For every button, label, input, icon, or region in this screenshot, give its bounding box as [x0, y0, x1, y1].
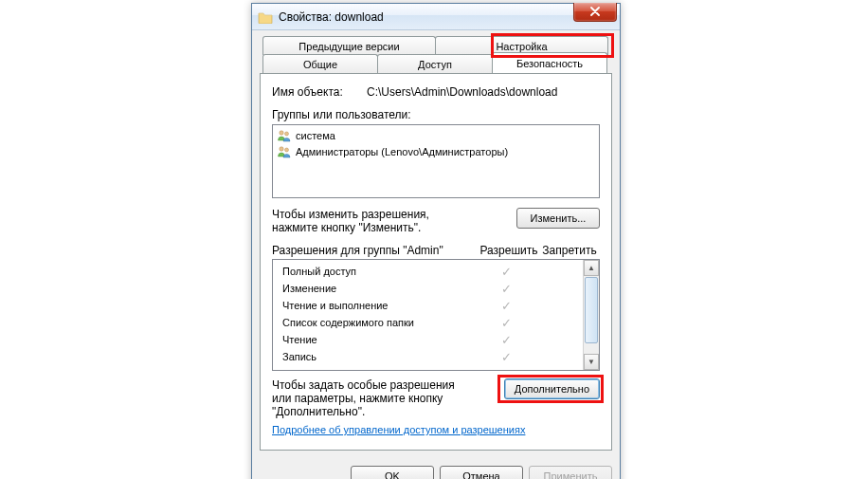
- col-deny: Запретить: [539, 244, 600, 257]
- allow-check-icon: ✓: [480, 333, 532, 347]
- advanced-button[interactable]: Дополнительно: [504, 378, 600, 399]
- scroll-down-icon[interactable]: ▼: [584, 354, 599, 370]
- tabs-container: Предыдущие версии Настройка Общие Доступ…: [260, 36, 612, 451]
- ok-button[interactable]: OK: [351, 466, 434, 479]
- cancel-button[interactable]: Отмена: [440, 466, 523, 479]
- object-name-label: Имя объекта:: [272, 85, 367, 99]
- allow-check-icon: ✓: [480, 350, 532, 364]
- advanced-hint: Чтобы задать особые разрешения или парам…: [272, 378, 471, 418]
- groups-label: Группы или пользователи:: [272, 108, 600, 121]
- permission-row: Чтение и выполнение✓: [273, 297, 583, 314]
- permission-row: Изменение✓: [273, 280, 583, 297]
- tab-security[interactable]: Безопасность: [492, 52, 607, 73]
- permission-row: Запись✓: [273, 348, 583, 365]
- learn-more-link[interactable]: Подробнее об управлении доступом и разре…: [272, 424, 525, 435]
- list-item[interactable]: Администраторы (Lenovo\Администраторы): [275, 143, 597, 159]
- svg-point-3: [285, 148, 289, 152]
- titlebar[interactable]: Свойства: download: [252, 4, 620, 30]
- groups-listbox[interactable]: система Администраторы (Lenovo\Администр…: [272, 124, 600, 198]
- scroll-track[interactable]: [584, 276, 599, 354]
- permissions-listbox: Полный доступ✓Изменение✓Чтение и выполне…: [272, 259, 600, 371]
- scrollbar[interactable]: ▲ ▼: [583, 260, 599, 370]
- tab-panel-security: Имя объекта: C:\Users\Admin\Downloads\do…: [260, 73, 612, 451]
- permission-name: Чтение и выполнение: [282, 300, 480, 311]
- permission-row: Полный доступ✓: [273, 263, 583, 280]
- list-item-label: система: [296, 130, 335, 141]
- permission-name: Чтение: [282, 334, 480, 345]
- permissions-for-label: Разрешения для группы "Admin": [272, 244, 479, 257]
- tab-general[interactable]: Общие: [262, 54, 378, 73]
- allow-check-icon: ✓: [480, 299, 532, 313]
- allow-check-icon: ✓: [480, 265, 532, 279]
- permission-name: Список содержимого папки: [282, 317, 480, 328]
- allow-check-icon: ✓: [480, 282, 532, 296]
- list-item-label: Администраторы (Lenovo\Администраторы): [296, 146, 508, 157]
- permission-row: Список содержимого папки✓: [273, 314, 583, 331]
- tab-previous-versions[interactable]: Предыдущие версии: [262, 36, 436, 55]
- close-icon: [589, 7, 601, 18]
- allow-check-icon: ✓: [480, 316, 532, 330]
- user-group-icon: [277, 128, 292, 143]
- properties-dialog: Свойства: download Предыдущие версии Нас…: [251, 3, 621, 479]
- svg-point-0: [280, 130, 283, 134]
- edit-hint: Чтобы изменить разрешения, нажмите кнопк…: [272, 208, 471, 234]
- permission-name: Изменение: [282, 283, 480, 294]
- apply-button[interactable]: Применить: [529, 466, 612, 479]
- permission-name: Запись: [282, 351, 480, 362]
- edit-button[interactable]: Изменить...: [516, 208, 600, 229]
- scroll-thumb[interactable]: [585, 277, 598, 343]
- svg-point-2: [280, 146, 283, 150]
- dialog-buttons: OK Отмена Применить: [252, 458, 620, 479]
- close-button[interactable]: [573, 3, 617, 22]
- tab-sharing[interactable]: Доступ: [377, 54, 493, 73]
- scroll-up-icon[interactable]: ▲: [584, 260, 599, 276]
- col-allow: Разрешить: [479, 244, 539, 257]
- permission-name: Полный доступ: [282, 266, 480, 277]
- list-item[interactable]: система: [275, 127, 597, 143]
- svg-point-1: [285, 132, 289, 136]
- window-title: Свойства: download: [279, 10, 384, 24]
- user-group-icon: [277, 144, 292, 159]
- permission-row: Чтение✓: [273, 331, 583, 348]
- client-area: Предыдущие версии Настройка Общие Доступ…: [252, 30, 620, 458]
- object-name-value: C:\Users\Admin\Downloads\download: [367, 85, 557, 99]
- folder-icon: [258, 10, 273, 24]
